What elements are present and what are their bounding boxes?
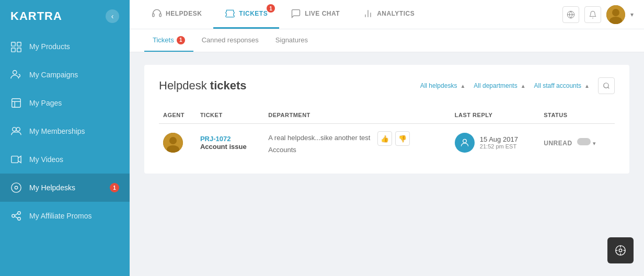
svg-point-8 bbox=[13, 128, 16, 131]
analytics-icon bbox=[363, 8, 373, 19]
thumbup-button[interactable]: 👍 bbox=[377, 131, 392, 146]
col-agent: AGENT bbox=[159, 107, 196, 124]
sub-tabs: Tickets 1 Canned responses Signatures bbox=[130, 29, 644, 52]
top-nav-actions: ▾ bbox=[562, 5, 634, 24]
svg-rect-18 bbox=[159, 14, 161, 17]
sidebar-item-helpdesks[interactable]: My Helpdesks 1 bbox=[0, 174, 130, 202]
col-ticket: TICKET bbox=[196, 107, 264, 124]
subtab-label: Canned responses bbox=[202, 36, 259, 44]
reply-avatar bbox=[455, 133, 475, 153]
content-area: Helpdesk tickets All helpdesks ▲ All dep… bbox=[130, 52, 644, 276]
products-icon bbox=[10, 41, 22, 52]
dept-name: Accounts bbox=[268, 146, 296, 154]
campaigns-icon bbox=[10, 69, 22, 80]
sidebar: KARTRA ‹ My Products My Campaigns My Pag… bbox=[0, 0, 130, 276]
sidebar-item-label: My Helpdesks bbox=[29, 183, 75, 192]
user-avatar[interactable] bbox=[606, 5, 625, 24]
topnav-item-tickets[interactable]: TICKETS 1 bbox=[213, 0, 279, 29]
sidebar-item-videos[interactable]: My Videos bbox=[0, 145, 130, 174]
lastreply-cell: 15 Aug 2017 21:52 pm EST bbox=[451, 124, 539, 162]
dept-description: A real helpdesk...sike another test bbox=[268, 134, 370, 142]
tickets-icon bbox=[225, 8, 235, 19]
subtab-label: Tickets bbox=[153, 36, 174, 44]
user-icon bbox=[459, 137, 470, 148]
svg-point-32 bbox=[463, 139, 467, 143]
tickets-panel: Helpdesk tickets All helpdesks ▲ All dep… bbox=[144, 65, 629, 174]
search-icon bbox=[603, 82, 610, 89]
sidebar-item-pages[interactable]: My Pages bbox=[0, 89, 130, 117]
svg-rect-17 bbox=[153, 14, 154, 17]
status-badge: UNREAD bbox=[544, 140, 572, 147]
status-chevron-icon: ▾ bbox=[593, 140, 596, 146]
col-department: DEPARTMENT bbox=[264, 107, 451, 124]
subtab-label: Signatures bbox=[275, 36, 308, 44]
chevron-down-icon: ▲ bbox=[584, 83, 590, 89]
helpdesks-icon bbox=[10, 182, 22, 193]
global-icon-button[interactable] bbox=[562, 6, 579, 23]
notifications-button[interactable] bbox=[584, 6, 601, 23]
department-cell: A real helpdesk...sike another test 👍 👎 … bbox=[264, 124, 451, 162]
sidebar-item-label: My Products bbox=[29, 42, 70, 51]
avatar-chevron[interactable]: ▾ bbox=[630, 11, 634, 18]
headset-icon bbox=[152, 8, 162, 19]
memberships-icon bbox=[10, 125, 22, 137]
affiliate-icon bbox=[10, 210, 22, 222]
filter-group: All helpdesks ▲ All departments ▲ All st… bbox=[420, 77, 615, 94]
agent-avatar-img bbox=[163, 133, 183, 153]
agent-cell bbox=[159, 124, 196, 162]
sidebar-item-campaigns[interactable]: My Campaigns bbox=[0, 61, 130, 89]
filter-helpdesks-button[interactable]: All helpdesks ▲ bbox=[420, 80, 466, 91]
status-toggle[interactable] bbox=[577, 138, 591, 145]
topnav-label: LIVE CHAT bbox=[305, 10, 340, 17]
sidebar-item-affiliate[interactable]: My Affiliate Promos bbox=[0, 202, 130, 230]
reply-time: 21:52 pm EST bbox=[480, 143, 518, 150]
panel-title: Helpdesk tickets bbox=[159, 79, 247, 93]
svg-point-13 bbox=[18, 212, 21, 215]
top-nav: HELPDESK TICKETS 1 LIVE CHAT ANALYTICS bbox=[130, 0, 644, 29]
col-lastreply: LAST REPLY bbox=[451, 107, 539, 124]
topnav-item-analytics[interactable]: ANALYTICS bbox=[351, 0, 426, 29]
status-cell: UNREAD ▾ bbox=[539, 124, 615, 162]
fab-button[interactable] bbox=[607, 237, 634, 263]
pages-icon bbox=[10, 97, 22, 109]
topnav-label: ANALYTICS bbox=[377, 10, 415, 17]
ticket-cell: PRJ-1072 Account issue bbox=[196, 124, 264, 162]
filter-label: All helpdesks bbox=[420, 82, 457, 89]
sidebar-item-products[interactable]: My Products bbox=[0, 32, 130, 61]
svg-point-9 bbox=[16, 128, 20, 131]
sidebar-nav: My Products My Campaigns My Pages My Mem… bbox=[0, 32, 130, 276]
sidebar-item-memberships[interactable]: My Memberships bbox=[0, 117, 130, 145]
helpdesks-badge: 1 bbox=[110, 183, 119, 192]
subtab-tickets[interactable]: Tickets 1 bbox=[144, 29, 193, 52]
topnav-item-helpdesk[interactable]: HELPDESK bbox=[140, 0, 213, 29]
filter-staff-button[interactable]: All staff accounts ▲ bbox=[534, 80, 590, 91]
svg-point-12 bbox=[12, 214, 15, 217]
search-button[interactable] bbox=[598, 77, 615, 94]
subtab-signatures[interactable]: Signatures bbox=[267, 29, 316, 52]
videos-icon bbox=[10, 154, 22, 165]
sidebar-logo: KARTRA ‹ bbox=[0, 0, 130, 32]
ticket-id-link[interactable]: PRJ-1072 bbox=[200, 135, 231, 143]
chevron-down-icon: ▲ bbox=[521, 83, 526, 89]
svg-line-28 bbox=[608, 87, 610, 89]
svg-point-34 bbox=[619, 249, 622, 252]
avatar-image bbox=[606, 5, 625, 24]
svg-point-25 bbox=[612, 9, 619, 16]
sidebar-item-label: My Campaigns bbox=[29, 71, 78, 79]
tickets-table: AGENT TICKET DEPARTMENT LAST REPLY STATU… bbox=[159, 107, 615, 161]
svg-line-15 bbox=[15, 213, 18, 215]
svg-point-30 bbox=[169, 137, 177, 144]
reply-date: 15 Aug 2017 bbox=[480, 135, 518, 143]
panel-header: Helpdesk tickets All helpdesks ▲ All dep… bbox=[159, 77, 615, 94]
topnav-label: HELPDESK bbox=[166, 10, 202, 17]
thumbdown-button[interactable]: 👎 bbox=[395, 131, 410, 146]
filter-label: All staff accounts bbox=[534, 82, 582, 89]
sidebar-collapse-button[interactable]: ‹ bbox=[106, 9, 119, 23]
svg-point-14 bbox=[18, 217, 21, 221]
globe-icon bbox=[567, 10, 575, 19]
filter-departments-button[interactable]: All departments ▲ bbox=[474, 80, 525, 91]
filter-label: All departments bbox=[474, 82, 517, 89]
topnav-item-livechat[interactable]: LIVE CHAT bbox=[279, 0, 351, 29]
svg-line-16 bbox=[15, 216, 18, 218]
subtab-canned[interactable]: Canned responses bbox=[193, 29, 267, 52]
